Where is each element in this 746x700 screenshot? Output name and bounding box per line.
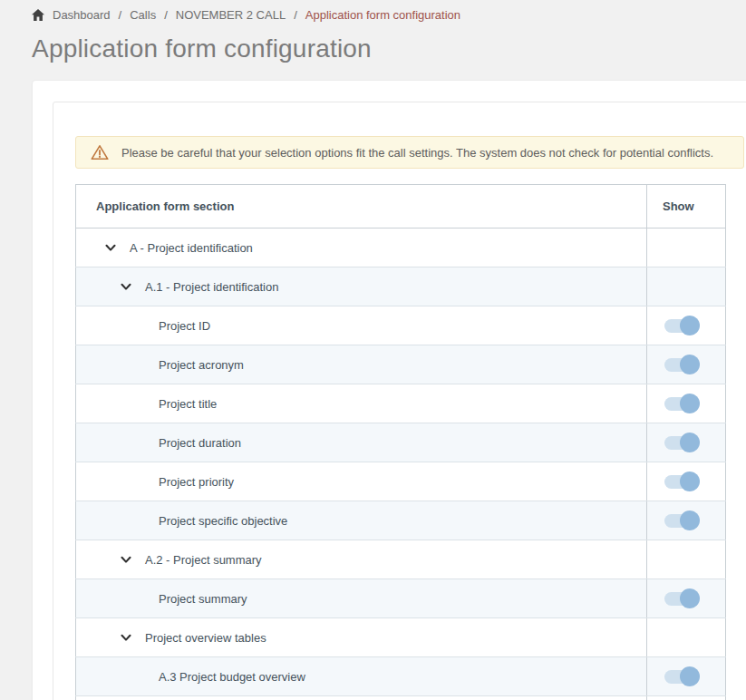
chevron-down-icon[interactable]: [121, 283, 131, 291]
table-row: A.1 - Project identification: [76, 267, 726, 306]
application-form-config-table: Application form section Show A - Projec…: [75, 184, 726, 700]
breadcrumb-calls[interactable]: Calls: [130, 8, 156, 22]
field-label: A.3 Project budget overview: [159, 670, 305, 684]
page-title: Application form configuration: [32, 34, 372, 63]
breadcrumb-separator: /: [119, 8, 122, 22]
breadcrumb-dashboard[interactable]: Dashboard: [53, 8, 111, 22]
table-row: Project overview tables: [76, 618, 726, 657]
warning-alert-text: Please be careful that your selection op…: [121, 146, 713, 160]
show-toggle[interactable]: [664, 475, 692, 489]
table-row: Project ID: [76, 306, 726, 345]
table-row: A.3 Project budget overview: [76, 657, 726, 696]
content-card: Please be careful that your selection op…: [32, 80, 746, 700]
field-label: Project specific objective: [159, 514, 287, 528]
table-row: Project summary: [76, 579, 726, 618]
table-row: [76, 696, 726, 700]
table-row: Project title: [76, 384, 726, 423]
field-label: Project acronym: [159, 358, 244, 372]
column-header-show: Show: [647, 185, 726, 228]
table-row: Project specific objective: [76, 501, 726, 540]
show-toggle[interactable]: [664, 358, 692, 372]
show-toggle[interactable]: [664, 397, 692, 411]
table-row: Project priority: [76, 462, 726, 501]
field-label: Project ID: [159, 319, 210, 333]
section-label: A.1 - Project identification: [145, 280, 278, 294]
table-header-row: Application form section Show: [76, 185, 726, 228]
chevron-down-icon[interactable]: [105, 244, 116, 252]
chevron-down-icon[interactable]: [121, 556, 131, 564]
table-row: A - Project identification: [76, 228, 726, 267]
show-toggle[interactable]: [664, 436, 692, 450]
chevron-down-icon[interactable]: [121, 634, 131, 642]
table-row: A.2 - Project summary: [76, 540, 726, 579]
show-toggle[interactable]: [664, 670, 692, 684]
show-toggle[interactable]: [664, 514, 692, 528]
breadcrumb-separator: /: [294, 8, 297, 22]
section-label: A - Project identification: [130, 241, 253, 255]
field-label: Project priority: [159, 475, 234, 489]
content-panel: Please be careful that your selection op…: [53, 102, 746, 700]
show-toggle[interactable]: [664, 319, 692, 333]
breadcrumb-current: Application form configuration: [305, 8, 460, 22]
section-label: A.2 - Project summary: [145, 553, 262, 567]
section-label: Project overview tables: [145, 631, 266, 645]
column-header-section: Application form section: [76, 185, 647, 228]
show-toggle[interactable]: [664, 592, 692, 606]
table-row: Project acronym: [76, 345, 726, 384]
field-label: Project summary: [159, 592, 247, 606]
breadcrumb-call-name[interactable]: NOVEMBER 2 CALL: [176, 8, 286, 22]
table-row: Project duration: [76, 423, 726, 462]
field-label: Project duration: [159, 436, 241, 450]
field-label: Project title: [159, 397, 217, 411]
breadcrumb-separator: /: [164, 8, 168, 22]
warning-icon: [91, 144, 109, 160]
warning-alert: Please be careful that your selection op…: [75, 136, 744, 169]
home-icon[interactable]: [32, 9, 44, 21]
breadcrumb: Dashboard / Calls / NOVEMBER 2 CALL / Ap…: [32, 5, 460, 24]
